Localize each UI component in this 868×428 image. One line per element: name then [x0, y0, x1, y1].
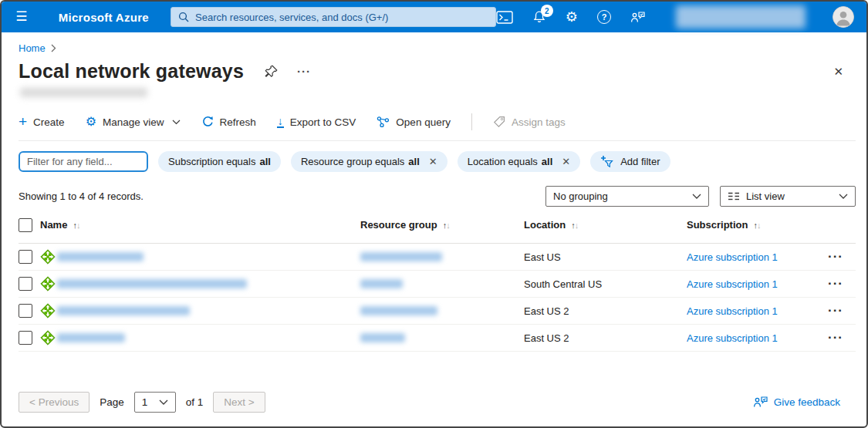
filter-pill-resource-group[interactable]: Resource group equalsall ✕	[291, 151, 448, 172]
local-network-gateway-icon	[40, 330, 57, 345]
view-dropdown[interactable]: List view	[720, 186, 856, 207]
gateway-name-redacted[interactable]	[57, 279, 247, 288]
row-subscription-link[interactable]: Azure subscription 1	[687, 251, 828, 263]
chevron-down-icon	[172, 120, 181, 125]
assign-tags-button[interactable]: Assign tags	[493, 116, 566, 128]
top-bar-icons: 2 ⚙ ?	[496, 5, 866, 29]
sort-icon: ↑↓	[571, 221, 578, 230]
azure-portal-window: ☰ Microsoft Azure 2 ⚙ ?	[0, 0, 868, 428]
gateway-name-redacted[interactable]	[57, 333, 125, 342]
table-row[interactable]: East US 2 Azure subscription 1 ···	[19, 325, 856, 352]
give-feedback-icon	[753, 396, 768, 409]
row-checkbox[interactable]	[19, 304, 32, 318]
add-filter-button[interactable]: Add filter	[590, 151, 670, 172]
page-title: Local network gateways	[19, 60, 244, 83]
next-page-button[interactable]: Next >	[213, 392, 265, 413]
notifications-bell-icon[interactable]: 2	[532, 10, 546, 24]
spacer	[19, 352, 856, 389]
gateway-name-redacted[interactable]	[57, 252, 144, 261]
plus-icon: +	[19, 116, 27, 127]
search-input[interactable]	[195, 12, 488, 23]
filter-pill-subscription[interactable]: Subscription equalsall	[158, 151, 281, 172]
resource-group-redacted[interactable]	[360, 252, 442, 261]
breadcrumb: Home	[19, 42, 856, 54]
column-header-resource-group[interactable]: Resource group ↑↓	[360, 219, 524, 231]
search-icon	[178, 12, 189, 22]
pagination-bar: < Previous Page 1 of 1 Next > Give feedb…	[19, 389, 856, 419]
row-more-options-icon[interactable]: ···	[828, 253, 856, 261]
open-query-button[interactable]: Open query	[377, 116, 451, 128]
global-search[interactable]	[171, 7, 496, 27]
row-checkbox[interactable]	[19, 277, 32, 291]
cloud-shell-icon[interactable]	[496, 11, 513, 24]
sort-icon: ↑↓	[753, 221, 760, 230]
notification-count-badge: 2	[541, 5, 553, 17]
title-row: Local network gateways ··· ✕	[19, 60, 856, 83]
row-more-options-icon[interactable]: ···	[828, 307, 856, 315]
row-more-options-icon[interactable]: ···	[828, 280, 856, 288]
page-content: Home Local network gateways ··· ✕ + Crea…	[2, 32, 866, 426]
remove-filter-icon[interactable]: ✕	[562, 156, 570, 167]
chevron-down-icon	[839, 194, 848, 200]
account-info-redacted[interactable]	[676, 5, 806, 29]
settings-gear-icon[interactable]: ⚙	[566, 12, 578, 22]
resource-group-redacted[interactable]	[360, 333, 405, 342]
resource-group-redacted[interactable]	[360, 279, 403, 288]
resource-group-redacted[interactable]	[360, 306, 437, 315]
help-icon[interactable]: ?	[597, 10, 611, 24]
page-number-select[interactable]: 1	[134, 392, 176, 413]
refresh-icon	[201, 116, 214, 128]
title-more-options-icon[interactable]: ···	[297, 65, 311, 78]
give-feedback-link[interactable]: Give feedback	[753, 396, 840, 409]
table-row[interactable]: East US Azure subscription 1 ···	[19, 244, 856, 271]
breadcrumb-home-link[interactable]: Home	[19, 42, 46, 54]
column-header-subscription[interactable]: Subscription ↑↓	[687, 219, 828, 231]
row-subscription-link[interactable]: Azure subscription 1	[687, 305, 828, 317]
close-blade-icon[interactable]: ✕	[833, 65, 843, 79]
export-csv-button[interactable]: ↓ Export to CSV	[277, 116, 356, 128]
refresh-button[interactable]: Refresh	[201, 116, 256, 128]
row-checkbox[interactable]	[19, 331, 32, 345]
create-button[interactable]: + Create	[19, 116, 65, 128]
breadcrumb-chevron-icon	[51, 44, 56, 52]
local-network-gateway-icon	[40, 303, 57, 318]
remove-filter-icon[interactable]: ✕	[429, 156, 437, 167]
column-header-name[interactable]: Name ↑↓	[40, 219, 360, 231]
page-label: Page	[100, 396, 124, 408]
pin-icon[interactable]	[265, 65, 278, 78]
manage-view-button[interactable]: ⚙ Manage view	[86, 116, 181, 128]
gear-icon: ⚙	[86, 116, 96, 127]
brand-logo[interactable]: Microsoft Azure	[59, 11, 149, 24]
previous-page-button[interactable]: < Previous	[19, 392, 90, 413]
gateway-name-redacted[interactable]	[57, 306, 190, 315]
select-all-checkbox[interactable]	[19, 218, 32, 232]
column-header-location[interactable]: Location ↑↓	[524, 219, 687, 231]
row-location: East US 2	[524, 332, 687, 344]
row-more-options-icon[interactable]: ···	[828, 334, 856, 342]
local-network-gateway-icon	[40, 276, 57, 292]
hamburger-menu-icon[interactable]: ☰	[2, 2, 42, 32]
results-bar: Showing 1 to 4 of 4 records. No grouping…	[19, 182, 856, 214]
row-subscription-link[interactable]: Azure subscription 1	[687, 278, 828, 290]
page-subtitle-redacted	[20, 88, 147, 97]
sort-icon: ↑↓	[73, 221, 79, 230]
table-row[interactable]: East US 2 Azure subscription 1 ···	[19, 298, 856, 325]
chevron-down-icon	[692, 194, 701, 200]
grouping-dropdown[interactable]: No grouping	[545, 186, 709, 207]
record-count-summary: Showing 1 to 4 of 4 records.	[19, 190, 144, 202]
row-checkbox[interactable]	[19, 250, 32, 264]
local-network-gateway-icon	[40, 249, 57, 265]
avatar[interactable]	[833, 6, 854, 28]
table-row[interactable]: South Central US Azure subscription 1 ··…	[19, 271, 856, 298]
row-subscription-link[interactable]: Azure subscription 1	[687, 332, 828, 344]
command-bar: + Create ⚙ Manage view Refresh ↓ Export …	[19, 106, 856, 141]
feedback-icon[interactable]	[630, 11, 646, 24]
row-location: East US 2	[524, 305, 687, 317]
filter-input[interactable]	[19, 151, 148, 172]
tag-icon	[493, 116, 505, 128]
table-header: Name ↑↓ Resource group ↑↓ Location ↑↓ Su…	[19, 214, 856, 244]
chevron-down-icon	[159, 399, 168, 406]
sort-icon: ↑↓	[443, 221, 450, 230]
filter-pill-location[interactable]: Location equalsall ✕	[458, 151, 580, 172]
filter-bar: Subscription equalsall Resource group eq…	[19, 141, 856, 182]
